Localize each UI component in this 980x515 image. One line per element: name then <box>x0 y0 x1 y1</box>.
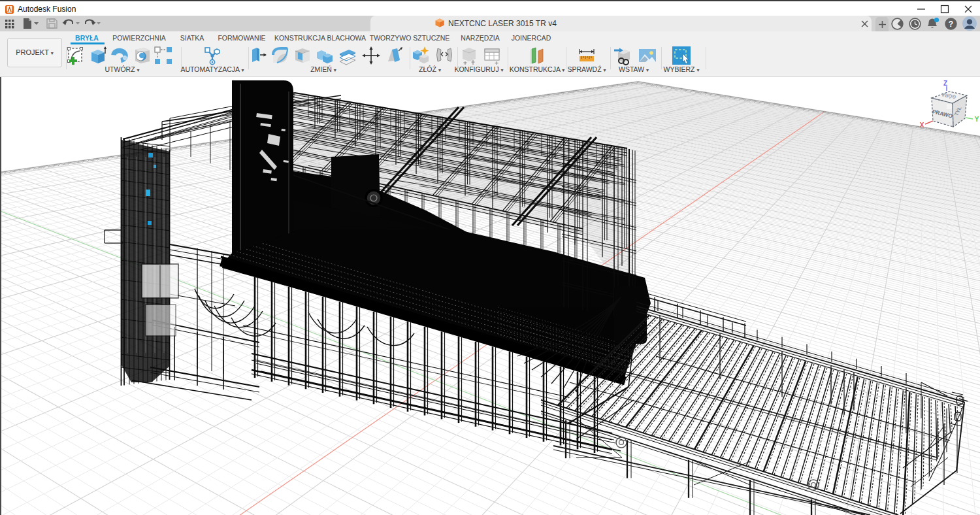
svg-text:Y: Y <box>975 116 979 123</box>
svg-text:X: X <box>920 122 924 129</box>
svg-text:Z: Z <box>943 80 947 87</box>
svg-text:?: ? <box>949 19 953 28</box>
